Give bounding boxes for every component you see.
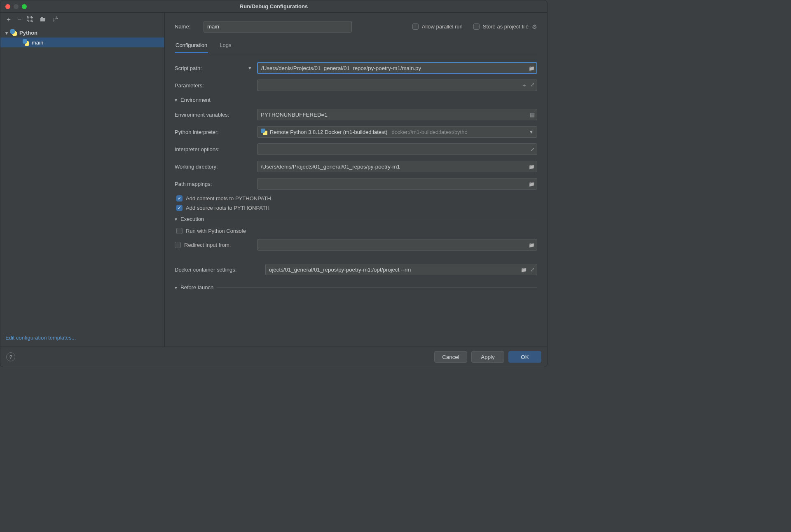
tab-logs[interactable]: Logs bbox=[219, 39, 232, 53]
window-close-icon[interactable] bbox=[5, 4, 10, 9]
browse-folder-icon[interactable] bbox=[529, 242, 535, 248]
window-minimize-icon[interactable] bbox=[14, 4, 19, 9]
add-config-icon[interactable]: ＋ bbox=[5, 16, 12, 23]
gear-icon[interactable]: ⚙ bbox=[532, 23, 537, 30]
checkbox-icon bbox=[176, 228, 183, 234]
parameters-input[interactable] bbox=[257, 80, 537, 91]
checkbox-icon bbox=[473, 23, 480, 30]
chevron-down-icon[interactable] bbox=[5, 30, 8, 36]
interpreter-path: docker://m1-builded:latest/pytho bbox=[391, 129, 467, 135]
tree-item-label: main bbox=[32, 40, 43, 46]
add-content-roots-label: Add content roots to PYTHONPATH bbox=[186, 195, 271, 202]
expand-icon[interactable]: ⤢ bbox=[530, 82, 535, 89]
edit-templates-link[interactable]: Edit configuration templates... bbox=[5, 335, 76, 341]
name-label: Name: bbox=[175, 23, 204, 30]
checkbox-checked-icon bbox=[176, 205, 183, 211]
copy-config-icon[interactable]: ⿻ bbox=[27, 16, 34, 23]
path-mappings-label: Path mappings: bbox=[175, 181, 257, 187]
redirect-input-label: Redirect input from: bbox=[184, 242, 231, 248]
workdir-label: Working directory: bbox=[175, 164, 257, 170]
run-with-console-label: Run with Python Console bbox=[186, 228, 246, 234]
window-title: Run/Debug Configurations bbox=[240, 3, 308, 9]
script-path-label: Script path: bbox=[175, 65, 202, 71]
tree-group-python[interactable]: Python bbox=[0, 28, 164, 37]
tree-group-label: Python bbox=[19, 30, 37, 36]
config-tree[interactable]: Python main bbox=[0, 26, 164, 331]
browse-folder-icon[interactable] bbox=[521, 267, 527, 273]
name-input[interactable] bbox=[204, 21, 352, 33]
interpreter-label: Python interpreter: bbox=[175, 129, 257, 135]
allow-parallel-label: Allow parallel run bbox=[422, 23, 463, 30]
checkbox-checked-icon bbox=[176, 195, 183, 202]
before-launch-section-label: Before launch bbox=[180, 284, 213, 291]
browse-folder-icon[interactable] bbox=[529, 181, 535, 187]
env-vars-input[interactable] bbox=[257, 109, 537, 120]
ok-button[interactable]: OK bbox=[508, 351, 541, 363]
run-with-console-checkbox[interactable]: Run with Python Console bbox=[176, 228, 537, 234]
store-as-project-label: Store as project file bbox=[483, 23, 529, 30]
add-source-roots-label: Add source roots to PYTHONPATH bbox=[186, 205, 269, 211]
path-mappings-input[interactable] bbox=[257, 178, 537, 190]
browse-folder-icon[interactable] bbox=[529, 164, 535, 170]
cancel-button[interactable]: Cancel bbox=[434, 351, 467, 363]
chevron-down-icon: ▼ bbox=[529, 129, 534, 134]
list-icon[interactable]: ▤ bbox=[530, 112, 535, 118]
sort-config-icon[interactable]: ↓ᴬ bbox=[52, 16, 58, 23]
environment-section-label: Environment bbox=[180, 97, 211, 103]
store-as-project-checkbox[interactable]: Store as project file bbox=[473, 23, 529, 30]
add-source-roots-checkbox[interactable]: Add source roots to PYTHONPATH bbox=[176, 205, 537, 211]
config-toolbar: ＋ − ⿻ 🖿 ↓ᴬ bbox=[0, 13, 164, 26]
save-config-icon[interactable]: 🖿 bbox=[40, 16, 46, 23]
python-icon bbox=[23, 39, 29, 46]
interpreter-select[interactable]: Remote Python 3.8.12 Docker (m1-builded:… bbox=[257, 126, 537, 138]
interpreter-opts-label: Interpreter options: bbox=[175, 146, 257, 152]
remove-config-icon[interactable]: − bbox=[18, 16, 21, 23]
docker-settings-input[interactable] bbox=[265, 264, 537, 275]
env-vars-label: Environment variables: bbox=[175, 112, 257, 118]
script-path-dropdown-icon[interactable]: ▼ bbox=[248, 66, 252, 70]
python-icon bbox=[261, 129, 267, 135]
titlebar: Run/Debug Configurations bbox=[0, 0, 547, 13]
workdir-input[interactable] bbox=[257, 161, 537, 172]
window-maximize-icon[interactable] bbox=[22, 4, 27, 9]
redirect-input-field[interactable] bbox=[257, 239, 537, 251]
script-path-input[interactable] bbox=[257, 62, 537, 74]
interpreter-value: Remote Python 3.8.12 Docker (m1-builded:… bbox=[270, 129, 387, 135]
tab-configuration[interactable]: Configuration bbox=[175, 39, 208, 53]
allow-parallel-checkbox[interactable]: Allow parallel run bbox=[412, 23, 463, 30]
add-parameter-icon[interactable]: ＋ bbox=[522, 82, 527, 89]
parameters-label: Parameters: bbox=[175, 82, 257, 89]
docker-settings-label: Docker container settings: bbox=[175, 267, 265, 273]
apply-button[interactable]: Apply bbox=[471, 351, 504, 363]
interpreter-opts-input[interactable] bbox=[257, 143, 537, 155]
browse-folder-icon[interactable] bbox=[529, 65, 535, 71]
expand-icon[interactable]: ⤢ bbox=[530, 146, 535, 152]
checkbox-icon bbox=[175, 242, 181, 248]
chevron-down-icon[interactable] bbox=[175, 97, 177, 103]
chevron-down-icon[interactable] bbox=[175, 284, 177, 291]
add-content-roots-checkbox[interactable]: Add content roots to PYTHONPATH bbox=[176, 195, 537, 202]
help-button[interactable]: ? bbox=[6, 352, 15, 361]
chevron-down-icon[interactable] bbox=[175, 216, 177, 222]
checkbox-icon bbox=[412, 23, 419, 30]
execution-section-label: Execution bbox=[180, 216, 204, 222]
python-icon bbox=[10, 29, 17, 36]
tree-item-main[interactable]: main bbox=[0, 37, 164, 47]
redirect-input-checkbox[interactable]: Redirect input from: bbox=[175, 242, 257, 248]
expand-icon[interactable]: ⤢ bbox=[530, 267, 535, 273]
